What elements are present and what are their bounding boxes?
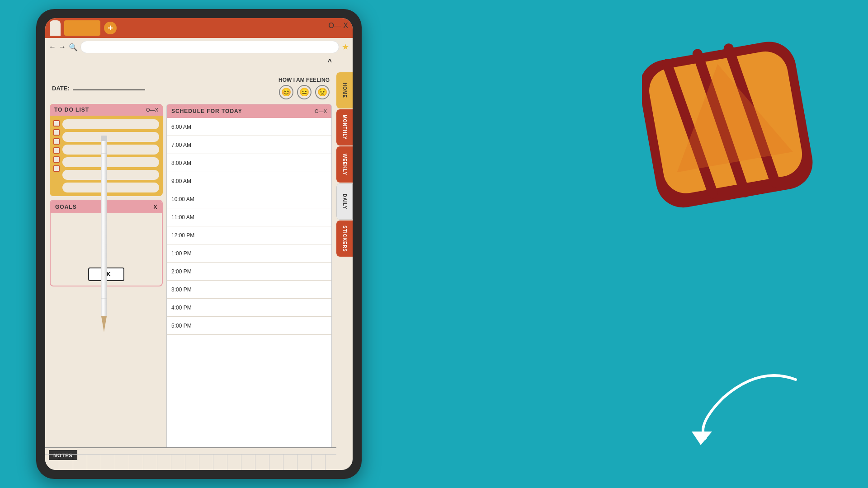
- address-bar[interactable]: [80, 41, 339, 53]
- sidebar-tabs: HOME MONTHLY WEEKLY DAILY STICKERS: [336, 72, 353, 257]
- todo-checkbox-4[interactable]: [53, 147, 60, 154]
- todo-header: TO DO LIST O—X: [50, 104, 163, 116]
- time-800am: 8:00 AM: [171, 160, 208, 166]
- schedule-row-5[interactable]: 11:00 AM: [167, 208, 331, 226]
- notes-section: NOTES: [45, 447, 336, 470]
- apple-pencil: [95, 127, 113, 334]
- svg-rect-3: [101, 136, 107, 141]
- svg-rect-1: [101, 140, 107, 316]
- mood-label: HOW I AM FEELING: [278, 77, 330, 83]
- tablet: + O— X ← → 🔍 ★ ^ HOME MONTHLY WEEKLY DAI…: [36, 9, 362, 479]
- sidebar-tab-stickers[interactable]: STICKERS: [336, 221, 353, 257]
- time-100pm: 1:00 PM: [171, 250, 208, 257]
- time-1000am: 10:00 AM: [171, 196, 208, 202]
- sidebar-tab-monthly[interactable]: MONTHLY: [336, 109, 353, 145]
- schedule-row-4[interactable]: 10:00 AM: [167, 190, 331, 208]
- goals-title: GOALS: [55, 204, 77, 210]
- browser-tab-bar: + O— X: [45, 18, 353, 38]
- todo-checkbox-3[interactable]: [53, 138, 60, 145]
- schedule-row-0[interactable]: 6:00 AM: [167, 118, 331, 136]
- sidebar-tab-daily[interactable]: DAILY: [336, 183, 353, 220]
- svg-marker-13: [692, 432, 712, 445]
- todo-checkbox-5[interactable]: [53, 156, 60, 163]
- mood-icons: 😊 😐 😟: [278, 85, 330, 99]
- time-1100am: 11:00 AM: [171, 214, 208, 221]
- date-field[interactable]: DATE:: [52, 85, 145, 92]
- content-columns: TO DO LIST O—X: [50, 104, 332, 461]
- goals-close-button[interactable]: X: [153, 203, 157, 211]
- schedule-row-9[interactable]: 3:00 PM: [167, 281, 331, 299]
- schedule-row-8[interactable]: 2:00 PM: [167, 263, 331, 281]
- sidebar-tab-home[interactable]: HOME: [336, 72, 353, 108]
- bookmark-button[interactable]: ★: [342, 42, 349, 52]
- todo-checkbox-6[interactable]: [53, 165, 60, 172]
- svg-marker-2: [101, 316, 107, 332]
- app-icon-container: [642, 36, 814, 208]
- search-icon[interactable]: 🔍: [69, 43, 78, 52]
- todo-title: TO DO LIST: [54, 107, 89, 113]
- time-900am: 9:00 AM: [171, 178, 208, 184]
- schedule-row-6[interactable]: 12:00 PM: [167, 226, 331, 244]
- back-button[interactable]: ←: [49, 43, 56, 51]
- mood-section: HOW I AM FEELING 😊 😐 😟: [278, 77, 330, 99]
- schedule-row-11[interactable]: 5:00 PM: [167, 317, 331, 335]
- tablet-screen: + O— X ← → 🔍 ★ ^ HOME MONTHLY WEEKLY DAI…: [45, 18, 353, 470]
- schedule-row-3[interactable]: 9:00 AM: [167, 172, 331, 190]
- sidebar-tab-weekly[interactable]: WEEKLY: [336, 146, 353, 183]
- browser-nav-bar: ← → 🔍 ★: [45, 38, 353, 56]
- schedule-row-10[interactable]: 4:00 PM: [167, 299, 331, 317]
- schedule-header: SCHEDULE FOR TODAY O—X: [167, 104, 331, 118]
- orange-tab: [64, 20, 100, 36]
- time-400pm: 4:00 PM: [171, 305, 208, 311]
- schedule-widget: SCHEDULE FOR TODAY O—X 6:00 AM 7:00 AM: [166, 104, 332, 461]
- right-column: SCHEDULE FOR TODAY O—X 6:00 AM 7:00 AM: [166, 104, 332, 461]
- time-300pm: 3:00 PM: [171, 286, 208, 293]
- time-1200pm: 12:00 PM: [171, 232, 208, 239]
- app-icon: [642, 36, 814, 208]
- todo-checkboxes: [53, 119, 60, 192]
- happy-mood-button[interactable]: 😊: [279, 85, 293, 99]
- time-500pm: 5:00 PM: [171, 323, 208, 329]
- todo-controls[interactable]: O—X: [146, 107, 158, 113]
- notes-grid[interactable]: [45, 454, 336, 470]
- date-input-line: [73, 89, 145, 90]
- todo-checkbox-1[interactable]: [53, 120, 60, 127]
- collapse-button[interactable]: ^: [328, 58, 332, 66]
- schedule-title: SCHEDULE FOR TODAY: [171, 108, 242, 114]
- time-600am: 6:00 AM: [171, 124, 208, 130]
- time-200pm: 2:00 PM: [171, 268, 208, 275]
- todo-checkbox-2[interactable]: [53, 129, 60, 136]
- add-tab-button[interactable]: +: [104, 22, 117, 34]
- window-controls[interactable]: O— X: [328, 22, 348, 30]
- time-700am: 7:00 AM: [171, 142, 208, 148]
- browser-tab[interactable]: [50, 20, 61, 36]
- schedule-row-1[interactable]: 7:00 AM: [167, 136, 331, 154]
- main-content: DATE: HOW I AM FEELING 😊 😐 😟: [45, 72, 336, 470]
- forward-button[interactable]: →: [59, 43, 66, 51]
- schedule-body[interactable]: 6:00 AM 7:00 AM 8:00 AM 9:00 AM: [167, 118, 331, 460]
- sad-mood-button[interactable]: 😟: [315, 85, 330, 99]
- arrow-container: [669, 361, 805, 452]
- top-section: DATE: HOW I AM FEELING 😊 😐 😟: [50, 77, 332, 99]
- arrow-svg: [669, 361, 805, 452]
- schedule-row-2[interactable]: 8:00 AM: [167, 154, 331, 172]
- schedule-row-7[interactable]: 1:00 PM: [167, 244, 331, 263]
- neutral-mood-button[interactable]: 😐: [297, 85, 311, 99]
- schedule-controls[interactable]: O—X: [315, 108, 327, 114]
